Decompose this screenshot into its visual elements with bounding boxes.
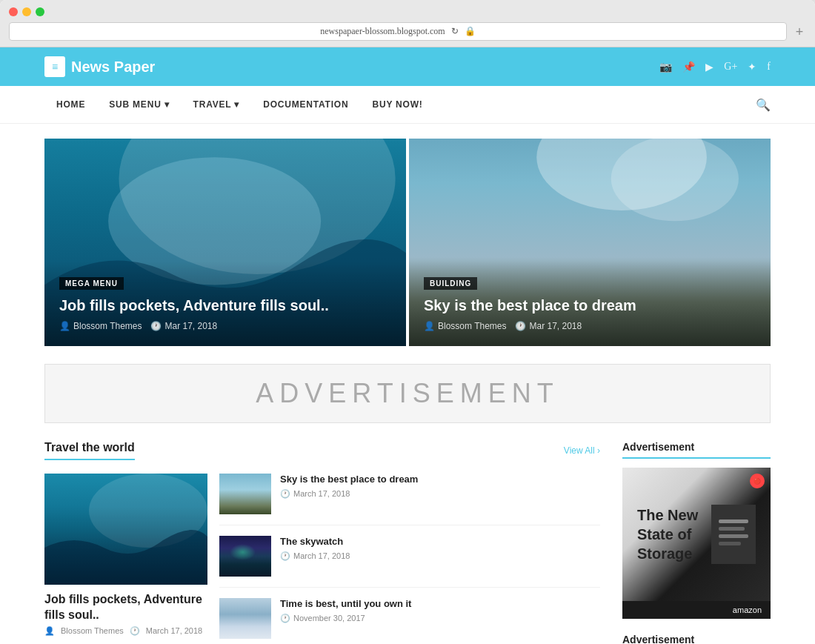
- hero-title-2: Sky is the best place to dream: [424, 296, 756, 315]
- address-bar[interactable]: newspapaer-blossom.blogspot.com ↻ 🔒: [9, 22, 787, 41]
- nav-item-buynow[interactable]: BUY NOW!: [360, 86, 434, 123]
- travel-featured-title: Job fills pockets, Adventure fills soul.…: [44, 592, 207, 623]
- hero-date-2: 🕐 Mar 17, 2018: [515, 321, 582, 331]
- new-tab-button[interactable]: +: [793, 25, 806, 39]
- svg-rect-9: [719, 519, 748, 523]
- travel-item-title-2[interactable]: The skywatch: [280, 536, 350, 548]
- nav-item-documentation[interactable]: DOCUMENTATION: [251, 86, 360, 123]
- hero-item-2[interactable]: BUILDING Sky is the best place to dream …: [409, 139, 771, 346]
- nav-item-travel[interactable]: TRAVEL ▾: [182, 86, 252, 123]
- main-content: Travel the world View All ›: [44, 441, 600, 644]
- site-nav: HOME SUB MENU ▾ TRAVEL ▾ DOCUMENTATION B…: [0, 86, 815, 124]
- pinterest-icon[interactable]: 📌: [682, 61, 695, 73]
- sidebar: Advertisement 🔴 The New State of Storage: [622, 441, 771, 644]
- facebook-icon[interactable]: f: [767, 61, 771, 73]
- logo-icon: ≡: [44, 56, 65, 77]
- content-area: Travel the world View All ›: [44, 441, 771, 644]
- clock-icon-3: 🕐: [280, 614, 290, 623]
- travel-featured-meta: 👤 Blossom Themes 🕐 March 17, 2018: [44, 626, 207, 636]
- googleplus-icon[interactable]: G+: [724, 61, 737, 73]
- thumb-2: [219, 536, 271, 577]
- travel-featured: Job fills pockets, Adventure fills soul.…: [44, 474, 207, 644]
- advertisement-banner: ADVERTISEMENT: [44, 364, 771, 423]
- ad-banner-text: ADVERTISEMENT: [256, 378, 559, 409]
- sidebar-ad1-title: Advertisement: [622, 441, 771, 459]
- svg-rect-6: [44, 474, 207, 585]
- nav-menu: HOME SUB MENU ▾ TRAVEL ▾ DOCUMENTATION B…: [44, 86, 435, 123]
- travel-info-2: The skywatch 🕐 March 17, 2018: [280, 536, 350, 577]
- travel-item-title-1[interactable]: Sky is the best place to dream: [280, 474, 418, 486]
- hero-overlay-1: MEGA MENU Job fills pockets, Adventure f…: [44, 261, 406, 346]
- address-bar-row: newspapaer-blossom.blogspot.com ↻ 🔒 +: [9, 22, 806, 41]
- svg-rect-11: [719, 534, 748, 538]
- travel-item-date-3: 🕐 November 30, 2017: [280, 614, 411, 623]
- sidebar-ad-content: 🔴 The New State of Storage: [622, 468, 771, 601]
- travel-list: Sky is the best place to dream 🕐 March 1…: [219, 474, 600, 644]
- thumb-1: [219, 474, 271, 514]
- nav-link-buynow[interactable]: BUY NOW!: [360, 86, 434, 123]
- nav-item-submenu[interactable]: SUB MENU ▾: [97, 86, 181, 123]
- clock-icon-1: 🕐: [280, 489, 290, 499]
- featured-date: March 17, 2018: [146, 626, 202, 635]
- header-icons: 📷 📌 ▶ G+ ✦ f: [659, 61, 771, 73]
- twitter-icon[interactable]: ✦: [748, 61, 756, 73]
- featured-author-icon: 👤: [44, 626, 55, 636]
- ad-badge: 🔴: [750, 474, 765, 488]
- search-icon[interactable]: 🔍: [756, 98, 771, 112]
- clock-icon-2: 🕐: [280, 551, 290, 561]
- nav-link-home[interactable]: HOME: [44, 86, 97, 123]
- sidebar-ad-brand: amazon: [622, 601, 771, 619]
- svg-rect-10: [719, 527, 745, 531]
- nav-link-documentation[interactable]: DOCUMENTATION: [251, 86, 360, 123]
- hero-date-1: 🕐 Mar 17, 2018: [150, 321, 217, 331]
- hero-category-1: MEGA MENU: [59, 277, 124, 290]
- sidebar-ad-text: The New State of Storage: [637, 505, 705, 563]
- list-item: Sky is the best place to dream 🕐 March 1…: [219, 474, 600, 525]
- maximize-button[interactable]: [36, 7, 44, 16]
- site-header: ≡ News Paper 📷 📌 ▶ G+ ✦ f: [0, 47, 815, 86]
- hero-section: MEGA MENU Job fills pockets, Adventure f…: [44, 139, 771, 346]
- travel-info-3: Time is best, until you own it 🕐 Novembe…: [280, 598, 411, 639]
- minimize-button[interactable]: [22, 7, 31, 16]
- list-item: Time is best, until you own it 🕐 Novembe…: [219, 598, 600, 644]
- travel-featured-image: [44, 474, 207, 585]
- travel-section-header: Travel the world View All ›: [44, 441, 600, 460]
- travel-item-title-3[interactable]: Time is best, until you own it: [280, 598, 411, 611]
- refresh-icon[interactable]: ↻: [451, 26, 459, 37]
- nav-link-travel[interactable]: TRAVEL ▾: [182, 86, 252, 123]
- logo-text: News Paper: [71, 59, 155, 76]
- hero-author-1: 👤 Blossom Themes: [59, 321, 142, 331]
- hero-overlay-2: BUILDING Sky is the best place to dream …: [409, 261, 771, 346]
- close-button[interactable]: [9, 7, 18, 16]
- instagram-icon[interactable]: 📷: [659, 61, 672, 73]
- sidebar-ad-1: 🔴 The New State of Storage: [622, 468, 771, 619]
- travel-item-date-1: 🕐 March 17, 2018: [280, 489, 418, 499]
- nav-link-submenu[interactable]: SUB MENU ▾: [97, 86, 181, 123]
- svg-point-7: [89, 474, 207, 548]
- svg-point-5: [611, 139, 739, 221]
- travel-section-title: Travel the world: [44, 441, 135, 460]
- list-item: The skywatch 🕐 March 17, 2018: [219, 536, 600, 588]
- travel-excerpt: Lorem ipsum dolor sit amet, consectetur …: [44, 642, 207, 644]
- site-logo[interactable]: ≡ News Paper: [44, 56, 155, 77]
- hero-item-1[interactable]: MEGA MENU Job fills pockets, Adventure f…: [44, 139, 406, 346]
- youtube-icon[interactable]: ▶: [705, 61, 713, 73]
- svg-rect-12: [719, 542, 741, 545]
- thumb-3: [219, 598, 271, 639]
- lock-icon: 🔒: [465, 26, 476, 37]
- hero-author-2: 👤 Blossom Themes: [424, 321, 506, 331]
- hero-meta-1: 👤 Blossom Themes 🕐 Mar 17, 2018: [59, 321, 391, 331]
- hero-category-2: BUILDING: [424, 277, 477, 290]
- browser-chrome: newspapaer-blossom.blogspot.com ↻ 🔒 +: [0, 0, 815, 47]
- browser-window: newspapaer-blossom.blogspot.com ↻ 🔒 + ≡ …: [0, 0, 815, 644]
- url-text: newspapaer-blossom.blogspot.com: [320, 26, 445, 37]
- featured-author: Blossom Themes: [61, 626, 124, 635]
- sidebar-ad2-title: Advertisement: [622, 634, 771, 644]
- nav-item-home[interactable]: HOME: [44, 86, 97, 123]
- traffic-lights: [9, 7, 806, 16]
- view-all-link[interactable]: View All ›: [564, 445, 600, 456]
- travel-item-date-2: 🕐 March 17, 2018: [280, 551, 350, 561]
- hero-title-1: Job fills pockets, Adventure fills soul.…: [59, 296, 391, 315]
- featured-date-icon: 🕐: [130, 626, 140, 636]
- travel-grid: Job fills pockets, Adventure fills soul.…: [44, 474, 600, 644]
